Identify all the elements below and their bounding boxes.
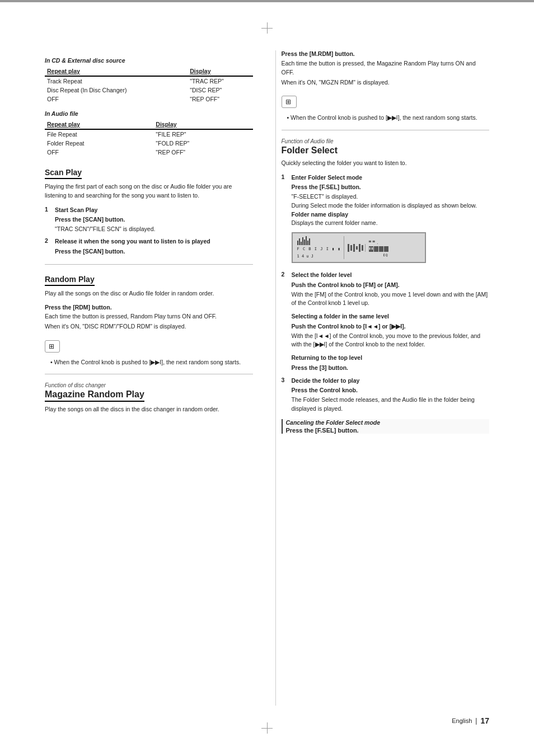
press-mrdm-section: Press the [M.RDM] button. Each time the … — [282, 50, 490, 122]
magazine-desc: Play the songs on all the discs in the d… — [45, 405, 253, 414]
scan-step-1-content: Start Scan Play Press the [SCAN] button.… — [55, 206, 253, 234]
folder-step-3-subtitle: Press the Control knob. — [292, 386, 490, 395]
cd-section-label: In CD & External disc source — [45, 57, 253, 64]
audio-col1-header: Repeat play — [45, 120, 153, 129]
random-play-desc: Play all the songs on the disc or Audio … — [45, 289, 253, 298]
left-column: In CD & External disc source Repeat play… — [45, 50, 259, 706]
table-row: OFF"REP OFF" — [45, 148, 253, 157]
table-row: File Repeat"FILE REP" — [45, 129, 253, 139]
folder-function-label: Function of Audio file — [282, 138, 490, 144]
audio-repeat-table: Repeat play Display File Repeat"FILE REP… — [45, 120, 253, 157]
folder-step-1-content: Enter Folder Select mode Press the [F.SE… — [292, 173, 490, 268]
random-play-note-bullet: When the Control knob is pushed to [▶▶I]… — [50, 358, 253, 367]
folder-step-3-body: The Folder Select mode releases, and the… — [292, 396, 475, 412]
folder-step-2: 2 Select the folder level Push the Contr… — [282, 271, 490, 373]
folder-step-3: 3 Decide the folder to play Press the Co… — [282, 377, 490, 414]
folder-step-2-sub1-heading: Selecting a folder in the same level — [292, 312, 490, 321]
folder-step-1-body3: Folder name display — [292, 211, 349, 218]
crosshair-top — [261, 22, 273, 34]
scan-step-1-subtitle: Press the [SCAN] button. — [55, 215, 253, 224]
scan-play-desc: Playing the first part of each song on t… — [45, 182, 253, 200]
divider-2 — [45, 374, 253, 374]
table-cell: "FILE REP" — [153, 129, 252, 139]
table-cell: "REP OFF" — [153, 148, 252, 157]
cd-repeat-table: Repeat play Display Track Repeat"TRAC RE… — [45, 67, 253, 104]
random-play-section: Random Play Play all the songs on the di… — [45, 273, 253, 366]
scan-step-1-title: Start Scan Play — [55, 206, 253, 215]
mrdm-note-box: ⊞ — [282, 96, 297, 108]
cancel-heading: Canceling the Folder Select mode — [286, 419, 490, 426]
table-cell: Track Repeat — [45, 76, 188, 86]
folder-step-2-sub2-subtitle: Press the [3] button. — [292, 364, 490, 373]
page-sep: | — [475, 717, 477, 725]
magazine-function-label: Function of disc changer — [45, 382, 253, 388]
table-row: Disc Repeat (In Disc Changer)"DISC REP" — [45, 86, 253, 95]
note-icon: ⊞ — [49, 342, 54, 350]
press-rdm-body1: Each time the button is pressed, Random … — [45, 312, 253, 321]
folder-step-1: 1 Enter Folder Select mode Press the [F.… — [282, 173, 490, 268]
table-cell: "DISC REP" — [188, 86, 252, 95]
scan-step-2-num: 2 — [45, 237, 53, 257]
display-diagram: F C B I J I ▮ ▮ 1 4 u J — [292, 232, 426, 263]
folder-step-1-num: 1 — [282, 173, 289, 268]
random-play-title: Random Play — [45, 275, 95, 286]
crosshair-bottom — [261, 722, 273, 734]
table-cell: OFF — [45, 95, 188, 104]
folder-step-2-content: Select the folder level Push the Control… — [292, 271, 490, 373]
table-cell: File Repeat — [45, 129, 153, 139]
scan-step-2-title: Release it when the song you want to lis… — [55, 237, 253, 246]
mrdm-note-icon: ⊞ — [285, 98, 291, 106]
folder-select-section: Function of Audio file Folder Select Qui… — [282, 138, 490, 434]
page: In CD & External disc source Repeat play… — [0, 0, 534, 756]
folder-step-1-body4: Displays the current folder name. — [292, 219, 378, 226]
cancel-section: Canceling the Folder Select mode Press t… — [282, 419, 490, 434]
scan-step-1: 1 Start Scan Play Press the [SCAN] butto… — [45, 206, 253, 234]
crop-mark-br — [0, 2, 534, 2]
table-row: OFF"REP OFF" — [45, 95, 253, 104]
scan-play-section: Scan Play Playing the first part of each… — [45, 166, 253, 256]
table-cell: "REP OFF" — [188, 95, 252, 104]
scan-step-1-body: "TRAC SCN"/"FILE SCN" is displayed. — [55, 226, 155, 232]
scan-step-2: 2 Release it when the song you want to l… — [45, 237, 253, 257]
content-area: In CD & External disc source Repeat play… — [45, 50, 489, 706]
folder-step-2-sub1-body: With the [I◄◄] of the Control knob, you … — [292, 332, 481, 348]
page-number-area: English | 17 — [452, 716, 489, 725]
scan-step-1-num: 1 — [45, 206, 53, 234]
folder-step-1-subtitle: Press the [F.SEL] button. — [292, 183, 490, 192]
press-mrdm-label: Press the [M.RDM] button. — [282, 50, 490, 57]
audio-section-label: In Audio file — [45, 110, 253, 117]
table-cell: "FOLD REP" — [153, 139, 252, 148]
cancel-subtitle: Press the [F.SEL] button. — [286, 427, 490, 434]
press-mrdm-body2: When it's ON, "MGZN RDM" is displayed. — [282, 78, 490, 87]
magazine-title: Magazine Random Play — [45, 389, 144, 402]
cd-col1-header: Repeat play — [45, 67, 188, 76]
divider-1 — [45, 264, 253, 265]
page-number: 17 — [480, 716, 489, 725]
audio-col2-header: Display — [153, 120, 252, 129]
cd-col2-header: Display — [188, 67, 252, 76]
random-play-note-box: ⊞ — [45, 340, 60, 353]
folder-step-2-sub1-subtitle: Push the Control knob to [I◄◄] or [▶▶I]. — [292, 322, 490, 331]
page-lang: English — [452, 717, 472, 724]
folder-step-1-body2: During Select mode the folder informatio… — [292, 202, 477, 209]
folder-select-title: Folder Select — [282, 145, 490, 156]
scan-play-title: Scan Play — [45, 168, 82, 179]
folder-step-2-num: 2 — [282, 271, 289, 373]
scan-step-2-content: Release it when the song you want to lis… — [55, 237, 253, 257]
table-row: Folder Repeat"FOLD REP" — [45, 139, 253, 148]
right-divider-1 — [282, 130, 490, 130]
press-mrdm-body1: Each time the button is pressed, the Mag… — [282, 59, 490, 77]
folder-step-2-title: Select the folder level — [292, 271, 490, 280]
magazine-random-section: Function of disc changer Magazine Random… — [45, 382, 253, 414]
table-row: Track Repeat"TRAC REP" — [45, 76, 253, 86]
table-cell: Disc Repeat (In Disc Changer) — [45, 86, 188, 95]
press-rdm-label: Press the [RDM] button. — [45, 304, 253, 311]
table-cell: Folder Repeat — [45, 139, 153, 148]
folder-step-1-body1: "F-SELECT" is displayed. — [292, 193, 358, 200]
folder-step-2-sub2-heading: Returning to the top level — [292, 354, 490, 363]
right-column: Press the [M.RDM] button. Each time the … — [275, 50, 490, 706]
folder-step-3-content: Decide the folder to play Press the Cont… — [292, 377, 490, 414]
folder-step-3-num: 3 — [282, 377, 289, 414]
table-cell: "TRAC REP" — [188, 76, 252, 86]
folder-step-2-body1: With the [FM] of the Control knob, you m… — [292, 291, 488, 307]
